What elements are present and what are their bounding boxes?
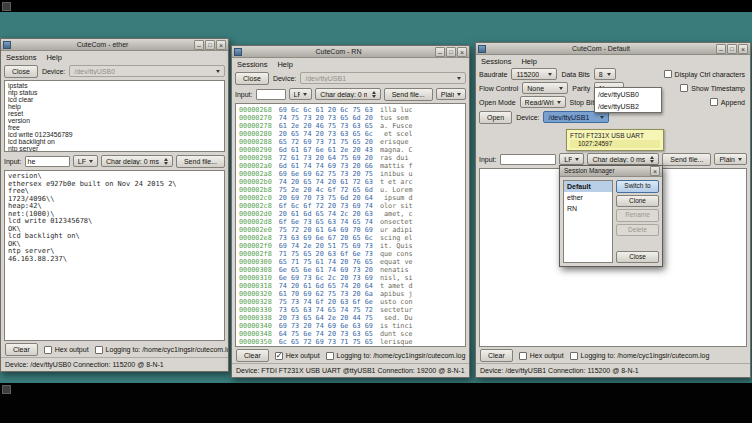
output-line: 46.163.88.237\ (8, 256, 221, 264)
menu-help[interactable]: Help (46, 53, 61, 62)
device-option[interactable]: /dev/ttyUSB2 (595, 100, 661, 112)
titlebar[interactable]: CuteCom - ether (1, 39, 228, 51)
hex-ascii: it. Quis (380, 242, 413, 250)
menubar: Sessions Help (1, 51, 228, 63)
open-mode-combo[interactable]: Read/Write (520, 96, 566, 108)
line-ending-combo[interactable]: LF (559, 153, 584, 165)
clear-button[interactable]: Clear (236, 349, 269, 362)
dialog-titlebar[interactable]: Session Manager (560, 166, 662, 177)
history-item[interactable]: reset (8, 110, 221, 117)
tray-icon[interactable] (2, 2, 11, 11)
spinner-arrows-icon[interactable] (372, 91, 376, 98)
menu-sessions[interactable]: Sessions (6, 53, 36, 62)
input-field[interactable] (256, 89, 286, 100)
char-delay-spinner[interactable]: Char delay: 0 ms (315, 88, 381, 100)
minimize-icon[interactable] (716, 44, 726, 54)
char-delay-value: Char delay: 0 ms (106, 158, 159, 165)
baudrate-combo[interactable]: 115200 (511, 68, 557, 80)
logging-checkbox[interactable]: Logging to: /home/cyc1ingsir/cutecom.log (570, 352, 710, 360)
char-delay-spinner[interactable]: Char delay: 0 ms (101, 155, 173, 167)
flow-control-combo[interactable]: None (522, 82, 568, 94)
hex-output-checkbox[interactable]: Hex output (519, 352, 564, 360)
send-file-button[interactable]: Send file... (176, 155, 225, 168)
open-button[interactable]: Open (479, 111, 512, 124)
menu-sessions[interactable]: Sessions (237, 60, 267, 69)
history-item[interactable]: lcd write 0123456789 (8, 131, 221, 138)
hex-offset: 000002e8 (239, 234, 272, 242)
logging-label: Logging to: /home/cyc1ingsir/cutecom.log (581, 352, 710, 359)
line-ending-combo[interactable]: LF (289, 88, 313, 100)
close-icon[interactable] (216, 40, 226, 50)
history-item[interactable]: version (8, 117, 221, 124)
hex-row: 0000026869 6c 6c 61 20 6c 75 63illa luc (239, 106, 462, 114)
hex-row: 000002c86f 6c 6f 72 20 73 69 74olor sit (239, 202, 462, 210)
menu-help[interactable]: Help (521, 57, 536, 66)
databits-label: Data Bits (561, 71, 589, 78)
device-option[interactable]: /dev/ttyUSB0 (595, 88, 661, 100)
clone-button[interactable]: Clone (616, 195, 659, 208)
hex-output-area[interactable]: 0000026869 6c 6c 61 20 6c 75 63illa luc … (235, 103, 466, 347)
session-item-rn[interactable]: RN (564, 203, 612, 214)
switch-to-button[interactable]: Switch to (616, 180, 659, 193)
send-file-button[interactable]: Send file... (384, 88, 433, 101)
clear-button[interactable]: Clear (5, 343, 38, 356)
dialog-title: Session Manager (562, 166, 648, 176)
history-item[interactable]: ntp status (8, 89, 221, 96)
maximize-icon[interactable] (727, 44, 737, 54)
history-item[interactable]: lcd clear (8, 96, 221, 103)
history-item[interactable]: help (8, 103, 221, 110)
minimize-icon[interactable] (194, 40, 204, 50)
session-item-default[interactable]: Default (564, 181, 612, 192)
input-field[interactable] (500, 154, 557, 165)
display-mode-combo[interactable]: Plain (436, 88, 466, 100)
desktop: CuteCom - ether Sessions Help Close Devi… (0, 12, 752, 383)
hex-output-checkbox[interactable]: Hex output (44, 346, 89, 354)
close-device-button[interactable]: Close (235, 72, 269, 85)
history-item[interactable]: ipstats (8, 82, 221, 89)
minimize-icon[interactable] (435, 47, 445, 57)
command-history-list[interactable]: ipstatsntp statuslcd clearhelpresetversi… (4, 80, 225, 152)
close-device-button[interactable]: Close (4, 65, 38, 78)
display-mode-combo[interactable]: Plain (714, 153, 747, 165)
databits-combo[interactable]: 8 (594, 68, 616, 80)
session-item-ether[interactable]: ether (564, 192, 612, 203)
line-ending-combo[interactable]: LF (73, 155, 98, 167)
close-icon[interactable] (738, 44, 748, 54)
maximize-icon[interactable] (446, 47, 456, 57)
history-item[interactable]: ntp server (8, 145, 221, 152)
output-area[interactable]: version\ethersex e927b0e built on Nov 24… (4, 170, 225, 341)
hex-ascii: ipsum d (380, 194, 413, 202)
send-file-button[interactable]: Send file... (662, 153, 711, 166)
display-ctrl-checkbox[interactable]: Display Ctrl characters (664, 70, 745, 78)
window-title: CuteCom - RN (244, 47, 433, 57)
window-rn: CuteCom - RN Sessions Help Close Device:… (231, 45, 470, 378)
maximize-icon[interactable] (205, 40, 215, 50)
menu-sessions[interactable]: Sessions (481, 57, 511, 66)
device-row: Close Device: /dev/ttyUSB0 (1, 63, 228, 79)
menu-help[interactable]: Help (277, 60, 292, 69)
hex-output-checkbox[interactable]: Hex output (275, 352, 320, 360)
history-item[interactable]: lcd backlight on (8, 138, 221, 145)
hex-ascii: nisl, si (380, 274, 413, 282)
titlebar[interactable]: CuteCom - Default (476, 43, 750, 55)
titlebar[interactable]: CuteCom - RN (232, 46, 469, 58)
close-button[interactable]: Close (616, 251, 659, 264)
spinner-arrows-icon[interactable] (650, 156, 654, 163)
hex-bytes: 20 65 74 20 73 63 65 6c (279, 130, 373, 138)
hex-offset: 000002f0 (239, 242, 272, 250)
input-field[interactable]: he (25, 156, 70, 167)
append-checkbox[interactable]: Append (710, 98, 745, 106)
close-icon[interactable] (457, 47, 467, 57)
logging-checkbox[interactable]: Logging to: /home/cyc1ingsir/cutecom.log (326, 352, 466, 360)
show-timestamp-checkbox[interactable]: Show Timestamp (680, 84, 745, 92)
chevron-down-icon (457, 93, 461, 96)
clear-button[interactable]: Clear (480, 349, 513, 362)
session-list[interactable]: Default ether RN (563, 180, 613, 263)
char-delay-spinner[interactable]: Char delay: 0 ms (587, 153, 659, 165)
hex-bytes: 75 72 20 61 64 69 70 69 (279, 226, 373, 234)
history-item[interactable]: free (8, 124, 221, 131)
spinner-arrows-icon[interactable] (164, 158, 168, 165)
dialog-close-icon[interactable] (650, 166, 660, 176)
taskbar-icon[interactable] (2, 385, 11, 394)
logging-checkbox[interactable]: Logging to: /home/cyc1ingsir/cutecom.log (95, 346, 228, 354)
